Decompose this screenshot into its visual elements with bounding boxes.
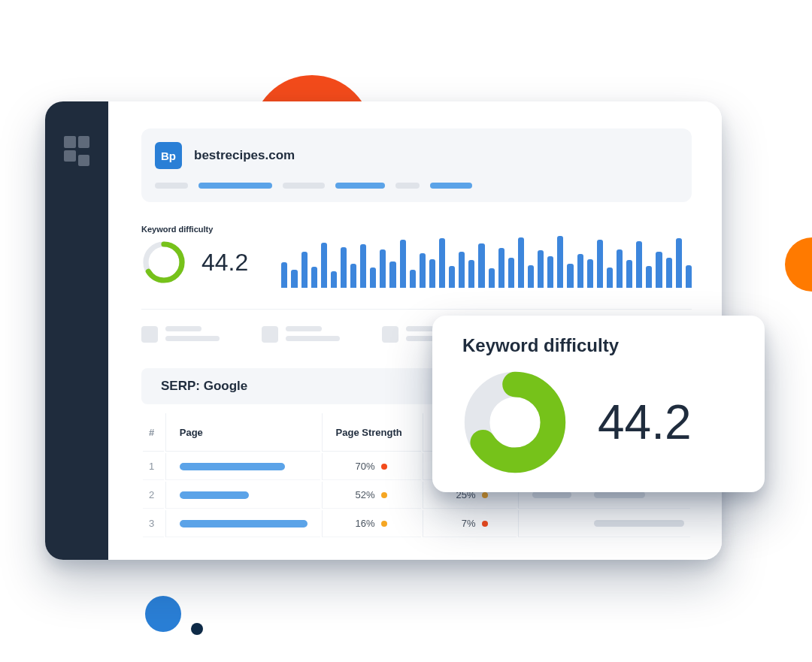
cell-ext — [518, 510, 690, 537]
bar — [380, 249, 386, 288]
decorative-dot — [191, 623, 203, 635]
cell-inlink: 7% — [423, 510, 517, 537]
metrics-row: Keyword difficulty 44.2 — [141, 225, 692, 288]
kd-donut-icon — [141, 240, 186, 285]
cell-page — [165, 510, 320, 537]
bar — [498, 248, 504, 288]
bar — [459, 252, 465, 288]
bar — [646, 266, 652, 288]
col-header-strength: Page Strength — [322, 413, 421, 452]
col-header-index: # — [143, 413, 164, 452]
bar — [489, 268, 495, 288]
bar — [666, 258, 672, 288]
cell-strength: 70% — [322, 453, 421, 480]
bar — [321, 243, 327, 288]
bar — [449, 266, 455, 288]
bar — [400, 240, 406, 288]
bar — [478, 243, 484, 288]
bar — [360, 244, 366, 288]
metric-placeholder — [141, 326, 220, 343]
bar — [420, 253, 426, 288]
bar — [301, 252, 308, 288]
kd-value: 44.2 — [201, 249, 248, 277]
bar — [350, 264, 356, 288]
tab-placeholder[interactable] — [430, 183, 472, 189]
bar — [577, 254, 583, 288]
tab-placeholder[interactable] — [198, 183, 272, 189]
bar — [389, 261, 395, 288]
cell-index: 1 — [143, 453, 164, 480]
sidebar — [45, 101, 108, 560]
tab-bar — [155, 183, 675, 189]
bar — [311, 267, 317, 288]
cell-strength: 52% — [322, 482, 421, 509]
table-row[interactable]: 316% 7% — [143, 510, 690, 537]
bar — [518, 237, 524, 288]
cell-index: 3 — [143, 510, 164, 537]
tab-placeholder[interactable] — [155, 183, 188, 189]
bar — [468, 260, 474, 288]
app-logo-icon[interactable] — [64, 136, 89, 162]
kd-card-donut-icon — [462, 370, 568, 475]
bar — [410, 270, 416, 288]
keyword-difficulty-card: Keyword difficulty 44.2 — [432, 316, 765, 492]
bar — [291, 270, 297, 288]
bar — [331, 271, 337, 288]
bar — [508, 258, 514, 288]
bar — [341, 247, 347, 288]
kd-card-value: 44.2 — [598, 394, 692, 450]
decorative-dot — [145, 596, 181, 632]
bar — [597, 240, 603, 288]
decorative-circle — [785, 237, 812, 292]
bar — [607, 268, 613, 288]
site-title: bestrecipes.com — [194, 148, 295, 163]
keyword-difficulty-widget: Keyword difficulty 44.2 — [141, 225, 248, 288]
bar — [656, 252, 662, 288]
tab-placeholder[interactable] — [283, 183, 325, 189]
bar — [567, 264, 573, 288]
cell-index: 2 — [143, 482, 164, 509]
trend-bar-chart — [281, 228, 692, 288]
bar — [636, 241, 642, 288]
site-header-card: Bp bestrecipes.com — [141, 128, 692, 202]
bar — [557, 236, 563, 288]
bar — [676, 238, 682, 288]
bar — [617, 249, 623, 288]
divider — [141, 309, 692, 310]
tab-placeholder[interactable] — [335, 183, 385, 189]
kd-label: Keyword difficulty — [141, 225, 248, 234]
kd-card-title: Keyword difficulty — [462, 335, 738, 356]
bar — [547, 256, 553, 288]
col-header-page: Page — [165, 413, 320, 452]
bar — [370, 268, 376, 288]
cell-page — [165, 482, 320, 509]
bar — [587, 259, 593, 288]
cell-strength: 16% — [322, 510, 421, 537]
site-icon: Bp — [155, 142, 182, 169]
bar — [538, 250, 544, 288]
tab-placeholder[interactable] — [395, 183, 420, 189]
bar — [686, 265, 692, 288]
bar — [281, 262, 287, 288]
bar — [429, 259, 435, 288]
metric-placeholder — [262, 326, 340, 343]
bar — [528, 265, 534, 288]
bar — [626, 260, 632, 288]
bar — [439, 238, 445, 288]
cell-page — [165, 453, 320, 480]
